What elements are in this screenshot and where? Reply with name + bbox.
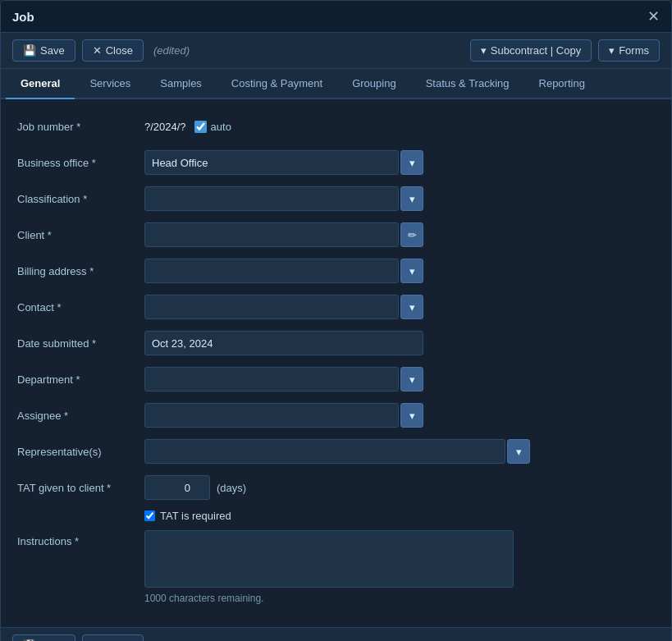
date-submitted-control <box>144 331 423 355</box>
tab-grouping[interactable]: Grouping <box>337 69 410 99</box>
client-row: Client * ✏ <box>17 221 655 249</box>
date-submitted-row: Date submitted * <box>17 329 655 357</box>
save-button[interactable]: 💾 Save <box>12 39 75 62</box>
modal-close-x-button[interactable]: ✕ <box>647 7 660 25</box>
tab-general[interactable]: General <box>6 69 75 99</box>
close-icon: ✕ <box>93 44 102 57</box>
chevron-down-icon: ▾ <box>409 410 415 422</box>
client-control: ✏ <box>144 222 423 247</box>
classification-control: ▾ <box>144 186 423 211</box>
tat-required-label: TAT is required <box>160 510 231 522</box>
toolbar: 💾 Save ✕ Close (edited) ▾ Subcontract | … <box>1 33 671 69</box>
tab-services[interactable]: Services <box>75 69 145 99</box>
tab-costing[interactable]: Costing & Payment <box>217 69 337 99</box>
chevron-down-icon: ▾ <box>409 193 415 205</box>
auto-checkbox[interactable] <box>194 121 207 133</box>
business-office-label: Business office * <box>17 157 144 169</box>
save-label: Save <box>40 44 65 57</box>
tat-row: TAT given to client * (days) <box>17 474 655 501</box>
tat-unit: (days) <box>217 482 246 494</box>
toolbar-right: ▾ Subcontract | Copy ▾ Forms <box>470 39 660 62</box>
contact-dropdown-btn[interactable]: ▾ <box>400 295 423 319</box>
assignee-input[interactable] <box>144 403 399 428</box>
representatives-dropdown-btn[interactable]: ▾ <box>507 439 530 464</box>
department-dropdown-btn[interactable]: ▾ <box>400 367 423 391</box>
job-number-label: Job number * <box>17 121 144 133</box>
instructions-row: Instructions * <box>17 530 655 588</box>
tabs-bar: General Services Samples Costing & Payme… <box>1 69 671 99</box>
representatives-row: Representative(s) ▾ <box>17 437 655 465</box>
contact-input[interactable] <box>144 295 399 319</box>
chevron-down-icon: ▾ <box>516 446 522 458</box>
classification-label: Classification * <box>17 193 144 205</box>
assignee-label: Assignee * <box>17 410 144 422</box>
job-number-controls: ?/2024/? auto <box>144 121 231 133</box>
job-number-value: ?/2024/? <box>144 121 186 133</box>
tab-reporting[interactable]: Reporting <box>524 69 600 99</box>
classification-dropdown-btn[interactable]: ▾ <box>400 186 423 211</box>
forms-label: Forms <box>619 44 649 57</box>
contact-control: ▾ <box>144 295 423 319</box>
tat-required-row: TAT is required <box>17 510 655 522</box>
footer-save-button[interactable]: 💾 Save <box>12 634 75 641</box>
auto-label: auto <box>211 121 231 133</box>
classification-input[interactable] <box>144 186 399 211</box>
representatives-control: ▾ <box>144 439 546 464</box>
billing-address-label: Billing address * <box>17 265 144 277</box>
date-submitted-label: Date submitted * <box>17 337 144 350</box>
chevron-down-icon: ▾ <box>409 265 415 277</box>
tab-samples[interactable]: Samples <box>145 69 217 99</box>
billing-address-input[interactable] <box>144 259 399 283</box>
job-number-row: Job number * ?/2024/? auto <box>17 112 655 140</box>
assignee-control: ▾ <box>144 403 423 428</box>
save-icon: 💾 <box>23 44 36 57</box>
business-office-input[interactable] <box>144 150 399 175</box>
tat-control: (days) <box>144 475 246 500</box>
client-edit-btn[interactable]: ✏ <box>400 222 423 247</box>
close-label: Close <box>106 44 133 57</box>
modal-title-bar: Job ✕ <box>1 1 671 33</box>
representatives-label: Representative(s) <box>17 446 144 458</box>
tat-input[interactable] <box>144 475 210 500</box>
billing-address-dropdown-btn[interactable]: ▾ <box>400 259 423 283</box>
classification-row: Classification * ▾ <box>17 185 655 213</box>
edit-pencil-icon: ✏ <box>408 229 417 241</box>
contact-label: Contact * <box>17 301 144 314</box>
department-control: ▾ <box>144 367 423 391</box>
modal-title: Job <box>12 10 34 24</box>
chevron-down-icon: ▾ <box>409 301 415 314</box>
instructions-textarea[interactable] <box>144 530 514 588</box>
date-submitted-input[interactable] <box>144 331 423 355</box>
auto-checkbox-wrap: auto <box>194 121 231 133</box>
chevron-down-icon: ▾ <box>409 157 415 169</box>
business-office-dropdown-btn[interactable]: ▾ <box>400 150 423 175</box>
department-input[interactable] <box>144 367 399 391</box>
footer-bar: 💾 Save ✕ Close * Field required. <box>1 627 671 641</box>
subcontract-copy-button[interactable]: ▾ Subcontract | Copy <box>470 39 592 62</box>
assignee-row: Assignee * ▾ <box>17 401 655 429</box>
department-label: Department * <box>17 373 144 386</box>
job-modal: Job ✕ 💾 Save ✕ Close (edited) ▾ Subcontr… <box>0 0 672 641</box>
footer-close-button[interactable]: ✕ Close <box>82 634 144 641</box>
forms-button[interactable]: ▾ Forms <box>598 39 660 62</box>
chevron-down-icon: ▾ <box>409 373 415 386</box>
contact-row: Contact * ▾ <box>17 293 655 321</box>
footer-buttons: 💾 Save ✕ Close <box>12 634 144 641</box>
tab-status[interactable]: Status & Tracking <box>411 69 524 99</box>
edited-indicator: (edited) <box>153 44 190 57</box>
chevron-down-icon-forms: ▾ <box>609 44 615 57</box>
client-label: Client * <box>17 229 144 241</box>
business-office-row: Business office * ▾ <box>17 149 655 176</box>
department-row: Department * ▾ <box>17 365 655 393</box>
business-office-control: ▾ <box>144 150 423 175</box>
tat-required-checkbox[interactable] <box>144 511 155 521</box>
billing-address-control: ▾ <box>144 259 423 283</box>
assignee-dropdown-btn[interactable]: ▾ <box>400 403 423 428</box>
client-input[interactable] <box>144 222 399 247</box>
subcontract-copy-label: Subcontract | Copy <box>491 44 581 57</box>
representatives-input[interactable] <box>144 439 505 464</box>
billing-address-row: Billing address * ▾ <box>17 257 655 285</box>
close-button[interactable]: ✕ Close <box>82 39 144 62</box>
instructions-label: Instructions * <box>17 530 144 547</box>
tat-label: TAT given to client * <box>17 482 144 494</box>
